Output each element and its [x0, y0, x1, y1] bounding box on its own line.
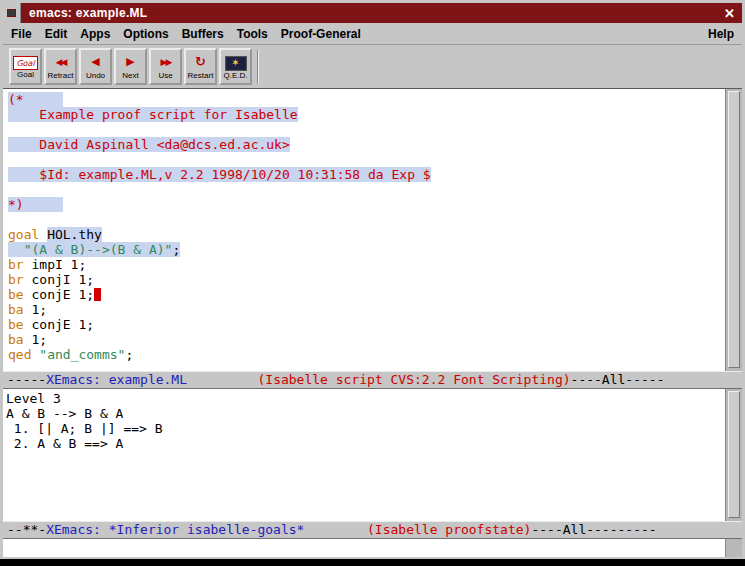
toolbar-button-label: Q.E.D. [223, 71, 247, 80]
toolbar: GoalGoal◀◀Retract◀Undo▶Next▶▶Use↻Restart… [3, 45, 742, 89]
toolbar-button-use[interactable]: ▶▶Use [149, 48, 182, 85]
toolbar-separator [257, 50, 259, 84]
code-segment: be [8, 287, 24, 302]
goals-scrollbar[interactable] [725, 389, 742, 521]
code-segment: "(A & B)-->(B & A)" [24, 242, 173, 257]
modeline-2: --**-XEmacs: *Inferior isabelle-goals* (… [3, 521, 742, 539]
editor-row: (* Example proof script for Isabelle Dav… [3, 89, 742, 371]
code-segment: impI 1; [24, 257, 87, 272]
code-segment: 1; [24, 332, 47, 347]
code-segment: ; [125, 347, 133, 362]
xemacs-window: emacs: example.ML ✕ FileEditAppsOptionsB… [0, 0, 745, 559]
titlebar[interactable]: emacs: example.ML ✕ [3, 3, 742, 23]
modeline-segment: ----All--------- [531, 522, 656, 537]
toolbar-button-label: Restart [188, 71, 214, 80]
editor-scrollbar[interactable] [725, 89, 742, 371]
code-line: ba 1; [8, 332, 725, 347]
code-segment: $Id: example.ML,v 2.2 1998/10/20 10:31:5… [8, 167, 431, 182]
menu-edit[interactable]: Edit [45, 27, 68, 41]
modeline-segment [187, 372, 257, 387]
modeline-1: -----XEmacs: example.ML (Isabelle script… [3, 371, 742, 389]
modeline-segment: --**- [7, 522, 46, 537]
code-line: David Aspinall <da@dcs.ed.ac.uk> [8, 137, 725, 152]
code-segment: ; [172, 242, 180, 257]
modeline-segment: (Isabelle script CVS:2.2 Font Scripting) [257, 372, 570, 387]
restart-icon: ↻ [195, 53, 206, 71]
menu-buffers[interactable]: Buffers [182, 27, 224, 41]
goals-row: Level 3A & B --> B & A 1. [| A; B |] ==>… [3, 389, 742, 521]
code-segment: Example proof script for Isabelle [8, 107, 298, 122]
code-line: goal HOL.thy [8, 227, 725, 242]
code-segment: be [8, 317, 24, 332]
menubar: FileEditAppsOptionsBuffersToolsProof-Gen… [3, 23, 742, 45]
code-segment: ba [8, 332, 24, 347]
toolbar-button-next[interactable]: ▶Next [114, 48, 147, 85]
code-line: "(A & B)-->(B & A)"; [8, 242, 725, 257]
toolbar-button-restart[interactable]: ↻Restart [184, 48, 217, 85]
code-segment: ba [8, 302, 24, 317]
code-segment: (* [8, 92, 63, 107]
minibuffer[interactable] [3, 539, 725, 557]
code-line: be conjE 1; [8, 287, 725, 302]
retract-icon: ◀◀ [56, 53, 66, 71]
code-segment: br [8, 257, 24, 272]
qed-icon: ✶ [225, 56, 247, 71]
goals-line: A & B --> B & A [6, 406, 725, 421]
code-line: be conjE 1; [8, 317, 725, 332]
goals-buffer[interactable]: Level 3A & B --> B & A 1. [| A; B |] ==>… [3, 389, 725, 521]
window-menu-icon [7, 9, 16, 17]
code-line: br impI 1; [8, 257, 725, 272]
modeline-segment [304, 522, 367, 537]
goals-line: Level 3 [6, 391, 725, 406]
code-line: $Id: example.ML,v 2.2 1998/10/20 10:31:5… [8, 167, 725, 182]
toolbar-button-undo[interactable]: ◀Undo [79, 48, 112, 85]
modeline-segment: (Isabelle proofstate) [367, 522, 531, 537]
menu-proof-general[interactable]: Proof-General [281, 27, 361, 41]
code-segment: *) [8, 197, 63, 212]
code-line [8, 212, 725, 227]
code-segment: qed [8, 347, 31, 362]
menu-tools[interactable]: Tools [237, 27, 268, 41]
code-segment: David Aspinall <da@dcs.ed.ac.uk> [8, 137, 290, 152]
code-segment: goal [8, 227, 39, 242]
editor-scrollbar-thumb[interactable] [728, 91, 740, 368]
toolbar-button-retract[interactable]: ◀◀Retract [44, 48, 77, 85]
editor-buffer[interactable]: (* Example proof script for Isabelle Dav… [3, 89, 725, 371]
code-line: Example proof script for Isabelle [8, 107, 725, 122]
text-cursor [94, 288, 101, 301]
menu-options[interactable]: Options [123, 27, 168, 41]
goals-scrollbar-thumb[interactable] [728, 391, 740, 518]
use-icon: ▶▶ [161, 53, 171, 71]
close-icon[interactable]: ✕ [717, 6, 742, 21]
toolbar-buttons: GoalGoal◀◀Retract◀Undo▶Next▶▶Use↻Restart… [9, 48, 254, 85]
goals-line: 1. [| A; B |] ==> B [6, 421, 725, 436]
modeline-segment: XEmacs: *Inferior isabelle-goals* [46, 522, 304, 537]
code-segment [8, 242, 24, 257]
code-line [8, 182, 725, 197]
toolbar-button-label: Goal [17, 70, 34, 79]
toolbar-button-label: Retract [48, 71, 74, 80]
code-line [8, 122, 725, 137]
menu-apps[interactable]: Apps [80, 27, 110, 41]
code-line [8, 152, 725, 167]
code-segment [39, 227, 47, 242]
modeline-segment: ----- [7, 372, 46, 387]
window-menu-button[interactable] [3, 3, 21, 23]
code-line: (* [8, 92, 725, 107]
minibuffer-row [3, 539, 742, 557]
code-line: *) [8, 197, 725, 212]
next-icon: ▶ [126, 53, 134, 71]
code-segment: "and_comms" [39, 347, 125, 362]
code-segment: 1; [24, 302, 47, 317]
toolbar-button-q-e-d[interactable]: ✶Q.E.D. [219, 48, 252, 85]
menu-help[interactable]: Help [708, 27, 734, 41]
undo-icon: ◀ [91, 53, 99, 71]
code-segment: conjE 1; [24, 287, 94, 302]
toolbar-button-goal[interactable]: GoalGoal [9, 48, 42, 85]
menu-file[interactable]: File [11, 27, 32, 41]
code-line: ba 1; [8, 302, 725, 317]
window-title: emacs: example.ML [21, 6, 717, 20]
modeline-segment: ----All----- [571, 372, 665, 387]
code-segment: HOL.thy [47, 227, 102, 242]
code-segment: conjE 1; [24, 317, 94, 332]
